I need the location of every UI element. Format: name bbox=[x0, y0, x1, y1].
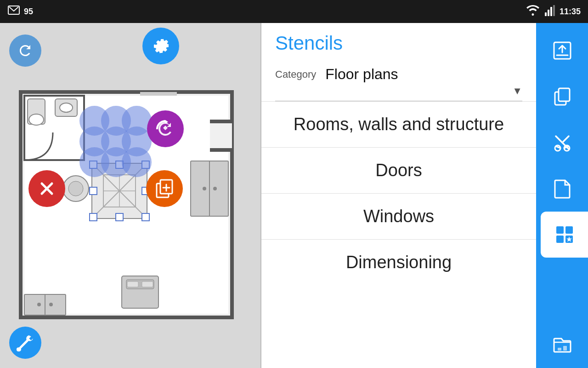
svg-point-30 bbox=[68, 181, 83, 196]
copy-toolbar-button[interactable] bbox=[536, 74, 588, 120]
settings-button[interactable] bbox=[142, 28, 179, 64]
status-bar: 95 11:35 bbox=[0, 0, 588, 23]
stencils-toolbar-button[interactable] bbox=[541, 212, 588, 258]
folder-button[interactable] bbox=[536, 322, 588, 368]
svg-rect-1 bbox=[545, 12, 547, 16]
svg-rect-2 bbox=[548, 10, 549, 16]
svg-rect-7 bbox=[140, 92, 177, 96]
stencil-item-doors[interactable]: Doors bbox=[261, 148, 536, 193]
stencil-item-dimensioning[interactable]: Dimensioning bbox=[261, 240, 536, 285]
svg-point-28 bbox=[213, 187, 217, 190]
svg-rect-40 bbox=[90, 187, 97, 195]
new-file-button[interactable] bbox=[536, 166, 588, 212]
stencils-title: Stencils bbox=[275, 32, 343, 54]
time-display: 11:35 bbox=[560, 7, 581, 17]
category-row: Category Floor plans bbox=[261, 59, 536, 85]
svg-point-16 bbox=[60, 103, 73, 112]
stencil-item-rooms[interactable]: Rooms, walls and structure bbox=[261, 102, 536, 147]
svg-rect-4 bbox=[553, 5, 555, 16]
notification-count: 95 bbox=[24, 7, 33, 17]
signal-icon bbox=[545, 5, 555, 18]
svg-rect-3 bbox=[550, 7, 552, 16]
wrench-button[interactable] bbox=[9, 327, 41, 359]
svg-point-23 bbox=[37, 303, 41, 306]
main-content: Stencils Category Floor plans ▼ Rooms, w… bbox=[0, 23, 588, 368]
svg-rect-58 bbox=[556, 226, 564, 234]
stencils-panel: Stencils Category Floor plans ▼ Rooms, w… bbox=[261, 23, 536, 368]
svg-rect-10 bbox=[210, 148, 232, 152]
svg-rect-63 bbox=[558, 348, 561, 351]
svg-rect-60 bbox=[556, 236, 564, 243]
svg-rect-19 bbox=[127, 282, 138, 287]
right-toolbar bbox=[536, 23, 588, 368]
svg-rect-42 bbox=[90, 213, 97, 221]
category-dropdown-area[interactable]: ▼ bbox=[275, 85, 522, 101]
svg-point-27 bbox=[203, 187, 206, 190]
stencil-item-windows[interactable]: Windows bbox=[261, 194, 536, 239]
duplicate-button[interactable] bbox=[146, 170, 183, 207]
stencils-header: Stencils bbox=[261, 23, 536, 59]
undo-button[interactable] bbox=[9, 34, 41, 67]
svg-line-53 bbox=[563, 136, 569, 142]
svg-rect-9 bbox=[210, 120, 232, 123]
rotate-button[interactable] bbox=[147, 110, 184, 147]
svg-rect-43 bbox=[116, 213, 123, 221]
svg-point-24 bbox=[49, 303, 53, 306]
export-button[interactable] bbox=[536, 28, 588, 74]
svg-rect-64 bbox=[563, 346, 567, 351]
svg-rect-20 bbox=[142, 282, 153, 287]
notification-icon bbox=[7, 4, 20, 19]
delete-button[interactable] bbox=[28, 170, 65, 207]
svg-rect-8 bbox=[210, 120, 232, 152]
canvas-panel bbox=[0, 23, 260, 368]
svg-rect-51 bbox=[559, 88, 570, 101]
svg-rect-44 bbox=[142, 213, 149, 221]
category-value[interactable]: Floor plans bbox=[325, 66, 522, 83]
svg-point-14 bbox=[29, 114, 44, 125]
category-label: Category bbox=[275, 69, 316, 80]
tools-button[interactable] bbox=[536, 120, 588, 166]
dropdown-arrow-icon: ▼ bbox=[512, 85, 522, 97]
svg-rect-59 bbox=[565, 226, 573, 234]
wifi-icon bbox=[526, 5, 540, 18]
